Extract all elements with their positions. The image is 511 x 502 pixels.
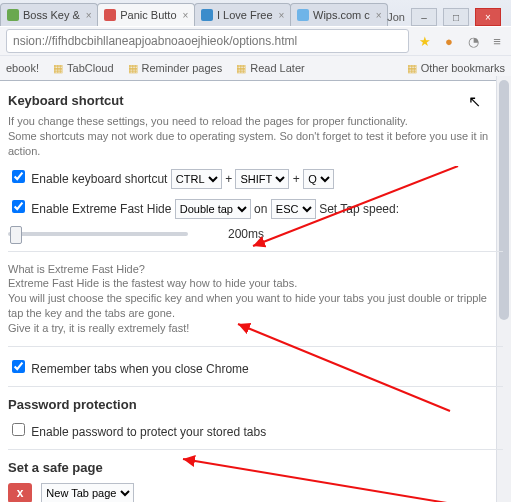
- modifier1-select[interactable]: CTRL: [171, 169, 222, 189]
- bookmark-item[interactable]: ▦Read Later: [236, 62, 304, 75]
- close-icon[interactable]: ×: [183, 10, 189, 21]
- efh-key-select[interactable]: ESC: [271, 199, 316, 219]
- key-select[interactable]: Q: [303, 169, 334, 189]
- section-heading-password: Password protection: [8, 397, 503, 412]
- enable-password-label: Enable password to protect your stored t…: [31, 425, 266, 439]
- profile-name[interactable]: Jon: [387, 11, 405, 23]
- tab-label: Wips.com c: [313, 9, 370, 21]
- address-bar[interactable]: nsion://fifhdbcbihllaneapjoabnoaoejhieok…: [6, 29, 409, 53]
- enable-password-checkbox[interactable]: [12, 423, 25, 436]
- folder-icon: ▦: [407, 62, 417, 75]
- slider-thumb[interactable]: [10, 226, 22, 244]
- folder-icon: ▦: [236, 62, 246, 75]
- window-maximize-button[interactable]: □: [443, 8, 469, 26]
- tap-speed-label: Set Tap speed:: [319, 202, 399, 216]
- browser-tab[interactable]: I Love Free×: [194, 3, 291, 26]
- divider: [8, 346, 503, 347]
- notification-icon[interactable]: ●: [441, 33, 457, 49]
- tab-label: Panic Butto: [120, 9, 176, 21]
- section-heading-keyboard: Keyboard shortcut: [8, 93, 503, 108]
- bookmark-item[interactable]: ebook!: [6, 62, 39, 74]
- remember-tabs-checkbox[interactable]: [12, 360, 25, 373]
- divider: [8, 449, 503, 450]
- browser-tab[interactable]: Boss Key &×: [0, 3, 98, 26]
- divider: [8, 386, 503, 387]
- tab-label: Boss Key &: [23, 9, 80, 21]
- enable-shortcut-checkbox[interactable]: [12, 170, 25, 183]
- enable-shortcut-label: Enable keyboard shortcut: [31, 172, 167, 186]
- window-close-button[interactable]: ×: [475, 8, 501, 26]
- close-icon[interactable]: ×: [86, 10, 92, 21]
- bookmarks-bar: ebook! ▦TabCloud ▦Reminder pages ▦Read L…: [0, 55, 511, 80]
- tap-speed-value: 200ms: [228, 227, 264, 241]
- browser-tab-strip: Boss Key &× Panic Butto× I Love Free× Wi…: [0, 0, 511, 26]
- window-minimize-button[interactable]: –: [411, 8, 437, 26]
- close-icon[interactable]: ×: [376, 10, 382, 21]
- efh-mode-select[interactable]: Double tap: [175, 199, 251, 219]
- menu-icon[interactable]: ≡: [489, 33, 505, 49]
- safe-page-option1[interactable]: New Tab page: [41, 483, 134, 502]
- extension-icon[interactable]: ◔: [465, 33, 481, 49]
- folder-icon: ▦: [53, 62, 63, 75]
- bookmark-star-icon[interactable]: ★: [417, 33, 433, 49]
- folder-icon: ▦: [128, 62, 138, 75]
- tab-label: I Love Free: [217, 9, 273, 21]
- help-text: If you change these settings, you need t…: [8, 114, 503, 159]
- bookmark-item[interactable]: ▦Reminder pages: [128, 62, 223, 75]
- modifier2-select[interactable]: SHIFT: [235, 169, 289, 189]
- browser-tab[interactable]: Wips.com c×: [290, 3, 388, 26]
- bookmark-item[interactable]: ▦TabCloud: [53, 62, 113, 75]
- divider: [8, 251, 503, 252]
- mouse-cursor-icon: ↖: [468, 92, 481, 111]
- other-bookmarks[interactable]: ▦Other bookmarks: [407, 62, 505, 75]
- enable-efh-checkbox[interactable]: [12, 200, 25, 213]
- remember-tabs-label: Remember tabs when you close Chrome: [31, 362, 248, 376]
- enable-efh-label: Enable Extreme Fast Hide: [31, 202, 171, 216]
- tap-speed-slider[interactable]: [8, 232, 188, 236]
- close-icon[interactable]: ×: [279, 10, 285, 21]
- section-heading-safepage: Set a safe page: [8, 460, 503, 475]
- efh-description: What is Extreme Fast Hide? Extreme Fast …: [8, 262, 503, 336]
- delete-button[interactable]: x: [8, 483, 32, 502]
- browser-tab[interactable]: Panic Butto×: [97, 3, 195, 26]
